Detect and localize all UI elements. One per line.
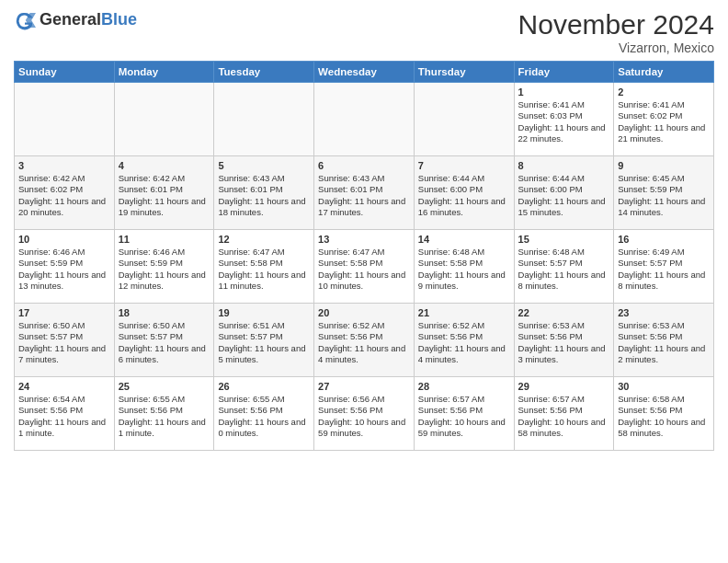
logo-icon bbox=[14, 9, 36, 31]
day-info: Daylight: 11 hours and 20 minutes. bbox=[18, 196, 110, 219]
day-number: 27 bbox=[318, 381, 410, 392]
title-block: November 2024 Vizarron, Mexico bbox=[518, 9, 714, 55]
calendar-cell: 8Sunrise: 6:44 AMSunset: 6:00 PMDaylight… bbox=[514, 156, 614, 230]
calendar-cell: 28Sunrise: 6:57 AMSunset: 5:56 PMDayligh… bbox=[414, 377, 514, 451]
calendar-week-1: 3Sunrise: 6:42 AMSunset: 6:02 PMDaylight… bbox=[15, 156, 714, 230]
day-info: Daylight: 11 hours and 1 minute. bbox=[18, 417, 110, 440]
day-info: Sunrise: 6:44 AM bbox=[518, 173, 610, 184]
month-title: November 2024 bbox=[518, 9, 714, 40]
day-info: Sunrise: 6:56 AM bbox=[318, 394, 410, 405]
day-header-friday: Friday bbox=[514, 62, 614, 83]
calendar-container: General Blue November 2024 Vizarron, Mex… bbox=[0, 0, 728, 460]
calendar-cell: 9Sunrise: 6:45 AMSunset: 5:59 PMDaylight… bbox=[614, 156, 714, 230]
day-info: Sunrise: 6:43 AM bbox=[218, 173, 310, 184]
day-info: Sunrise: 6:53 AM bbox=[518, 320, 610, 331]
day-number: 23 bbox=[618, 307, 710, 318]
day-info: Sunset: 5:56 PM bbox=[518, 405, 610, 416]
day-info: Sunset: 5:59 PM bbox=[618, 184, 710, 195]
day-info: Sunset: 5:57 PM bbox=[18, 331, 110, 342]
calendar-cell: 16Sunrise: 6:49 AMSunset: 5:57 PMDayligh… bbox=[614, 230, 714, 304]
day-number: 12 bbox=[218, 234, 310, 245]
day-info: Daylight: 11 hours and 3 minutes. bbox=[518, 343, 610, 366]
day-info: Sunrise: 6:50 AM bbox=[119, 320, 210, 331]
day-number: 6 bbox=[318, 160, 410, 171]
day-info: Sunrise: 6:43 AM bbox=[318, 173, 410, 184]
day-info: Daylight: 11 hours and 9 minutes. bbox=[418, 270, 510, 293]
day-info: Daylight: 11 hours and 4 minutes. bbox=[318, 343, 410, 366]
day-info: Sunset: 5:59 PM bbox=[18, 258, 110, 269]
day-number: 8 bbox=[518, 160, 610, 171]
calendar-cell: 15Sunrise: 6:48 AMSunset: 5:57 PMDayligh… bbox=[514, 230, 614, 304]
day-info: Sunrise: 6:57 AM bbox=[418, 394, 510, 405]
calendar-cell: 29Sunrise: 6:57 AMSunset: 5:56 PMDayligh… bbox=[514, 377, 614, 451]
day-info: Sunrise: 6:55 AM bbox=[119, 394, 210, 405]
day-info: Daylight: 11 hours and 8 minutes. bbox=[518, 270, 610, 293]
calendar-cell: 3Sunrise: 6:42 AMSunset: 6:02 PMDaylight… bbox=[15, 156, 115, 230]
day-info: Daylight: 11 hours and 22 minutes. bbox=[518, 122, 610, 145]
calendar-week-2: 10Sunrise: 6:46 AMSunset: 5:59 PMDayligh… bbox=[15, 230, 714, 304]
calendar-cell: 30Sunrise: 6:58 AMSunset: 5:56 PMDayligh… bbox=[614, 377, 714, 451]
day-info: Sunset: 6:02 PM bbox=[618, 110, 710, 121]
day-info: Sunrise: 6:45 AM bbox=[618, 173, 710, 184]
calendar-cell bbox=[15, 83, 115, 156]
day-number: 28 bbox=[418, 381, 510, 392]
day-info: Sunset: 5:58 PM bbox=[218, 258, 310, 269]
day-info: Sunrise: 6:57 AM bbox=[518, 394, 610, 405]
day-info: Daylight: 11 hours and 8 minutes. bbox=[618, 270, 710, 293]
day-info: Sunset: 6:01 PM bbox=[119, 184, 210, 195]
day-info: Sunset: 5:56 PM bbox=[318, 331, 410, 342]
calendar-cell: 12Sunrise: 6:47 AMSunset: 5:58 PMDayligh… bbox=[214, 230, 314, 304]
day-number: 9 bbox=[618, 160, 710, 171]
calendar-cell: 19Sunrise: 6:51 AMSunset: 5:57 PMDayligh… bbox=[214, 304, 314, 377]
day-number: 13 bbox=[318, 234, 410, 245]
day-info: Sunrise: 6:46 AM bbox=[18, 247, 110, 258]
calendar-cell: 23Sunrise: 6:53 AMSunset: 5:56 PMDayligh… bbox=[614, 304, 714, 377]
day-info: Daylight: 11 hours and 11 minutes. bbox=[218, 270, 310, 293]
day-info: Sunset: 5:59 PM bbox=[119, 258, 210, 269]
calendar-cell: 20Sunrise: 6:52 AMSunset: 5:56 PMDayligh… bbox=[314, 304, 415, 377]
calendar-cell: 10Sunrise: 6:46 AMSunset: 5:59 PMDayligh… bbox=[15, 230, 115, 304]
day-info: Sunset: 5:56 PM bbox=[418, 331, 510, 342]
day-header-monday: Monday bbox=[114, 62, 214, 83]
day-info: Daylight: 11 hours and 12 minutes. bbox=[119, 270, 210, 293]
calendar-week-3: 17Sunrise: 6:50 AMSunset: 5:57 PMDayligh… bbox=[15, 304, 714, 377]
day-number: 14 bbox=[418, 234, 510, 245]
day-info: Sunrise: 6:42 AM bbox=[119, 173, 210, 184]
day-info: Sunrise: 6:48 AM bbox=[418, 247, 510, 258]
day-number: 4 bbox=[119, 160, 210, 171]
day-info: Daylight: 11 hours and 2 minutes. bbox=[618, 343, 710, 366]
calendar-cell bbox=[214, 83, 314, 156]
day-info: Sunrise: 6:46 AM bbox=[119, 247, 210, 258]
day-number: 16 bbox=[618, 234, 710, 245]
day-number: 10 bbox=[18, 234, 110, 245]
day-info: Sunset: 6:01 PM bbox=[318, 184, 410, 195]
day-info: Sunset: 5:56 PM bbox=[418, 405, 510, 416]
day-info: Sunset: 6:01 PM bbox=[218, 184, 310, 195]
day-number: 22 bbox=[518, 307, 610, 318]
day-info: Sunset: 5:57 PM bbox=[119, 331, 210, 342]
day-info: Sunset: 5:56 PM bbox=[18, 405, 110, 416]
day-info: Sunrise: 6:53 AM bbox=[618, 320, 710, 331]
calendar-cell: 14Sunrise: 6:48 AMSunset: 5:58 PMDayligh… bbox=[414, 230, 514, 304]
day-number: 1 bbox=[518, 86, 610, 98]
day-info: Sunset: 5:57 PM bbox=[618, 258, 710, 269]
day-header-thursday: Thursday bbox=[414, 62, 514, 83]
calendar-week-4: 24Sunrise: 6:54 AMSunset: 5:56 PMDayligh… bbox=[15, 377, 714, 451]
day-info: Sunset: 5:57 PM bbox=[518, 258, 610, 269]
day-info: Sunset: 5:58 PM bbox=[318, 258, 410, 269]
day-header-sunday: Sunday bbox=[15, 62, 115, 83]
calendar-header-row: SundayMondayTuesdayWednesdayThursdayFrid… bbox=[15, 62, 714, 83]
calendar-cell: 7Sunrise: 6:44 AMSunset: 6:00 PMDaylight… bbox=[414, 156, 514, 230]
day-info: Sunrise: 6:54 AM bbox=[18, 394, 110, 405]
day-info: Sunrise: 6:52 AM bbox=[418, 320, 510, 331]
calendar-cell: 13Sunrise: 6:47 AMSunset: 5:58 PMDayligh… bbox=[314, 230, 415, 304]
day-info: Daylight: 11 hours and 6 minutes. bbox=[119, 343, 210, 366]
calendar-cell: 22Sunrise: 6:53 AMSunset: 5:56 PMDayligh… bbox=[514, 304, 614, 377]
calendar-cell: 17Sunrise: 6:50 AMSunset: 5:57 PMDayligh… bbox=[15, 304, 115, 377]
day-info: Daylight: 11 hours and 4 minutes. bbox=[418, 343, 510, 366]
day-info: Daylight: 10 hours and 59 minutes. bbox=[318, 417, 410, 440]
day-info: Daylight: 10 hours and 58 minutes. bbox=[518, 417, 610, 440]
calendar-cell: 4Sunrise: 6:42 AMSunset: 6:01 PMDaylight… bbox=[114, 156, 214, 230]
day-info: Sunrise: 6:41 AM bbox=[518, 99, 610, 110]
day-info: Sunrise: 6:41 AM bbox=[618, 99, 710, 110]
